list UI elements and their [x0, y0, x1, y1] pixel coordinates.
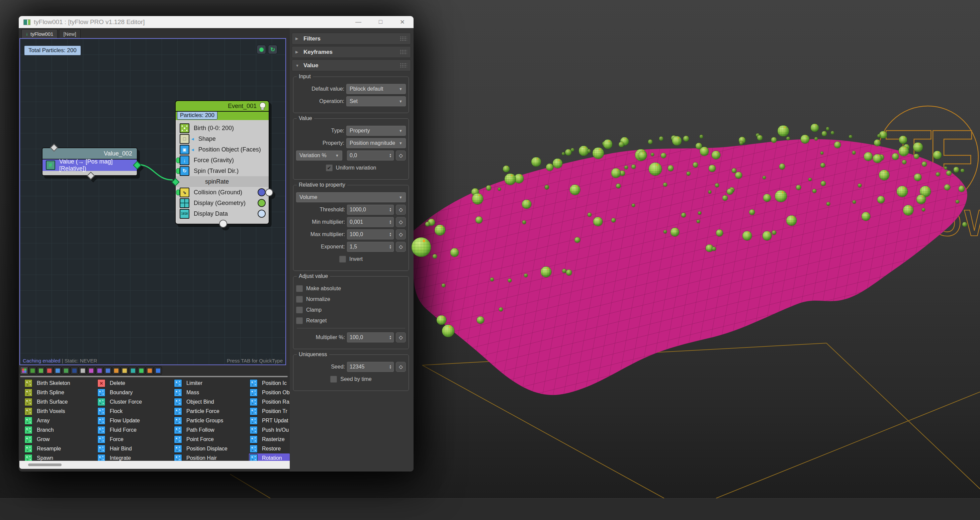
depot-item-position-ic[interactable]: Position Ic [249, 379, 290, 388]
depot-item-birth-voxels[interactable]: Birth Voxels [24, 407, 70, 416]
max-multiplier-spinner[interactable]: 100,0▴▾ [347, 230, 394, 239]
operator-row[interactable]: □◀Shape [176, 133, 269, 144]
operation-dropdown[interactable]: Set▼ [346, 96, 406, 106]
keyframe-button[interactable]: ◇ [396, 242, 406, 252]
depot-item-branch[interactable]: Branch [24, 425, 70, 435]
default-value-dropdown[interactable]: Pblock default▼ [346, 84, 406, 94]
depot-item-position-tr[interactable]: Position Tr [249, 407, 290, 416]
depot-item-position-displace[interactable]: Position Displace [173, 444, 228, 453]
operator-row[interactable]: Birth (0-0: 200) [176, 123, 269, 133]
refresh-button[interactable]: ↻ [268, 45, 277, 54]
operator-row[interactable]: Display (Geometry) [176, 198, 269, 208]
make-absolute-checkbox[interactable] [296, 285, 303, 292]
property-dropdown[interactable]: Position magnitude▼ [346, 138, 406, 148]
depot-item-birth-spline[interactable]: Birth Spline [24, 388, 70, 397]
depot-category-tab[interactable] [129, 366, 137, 374]
event-node-header[interactable]: Event_001 [175, 100, 269, 112]
depot-item-push-in-ou[interactable]: Push In/Ou [249, 425, 290, 435]
depot-toolbar-scroll-indicator[interactable] [20, 376, 288, 377]
depot-item-boundary[interactable]: Boundary [97, 388, 142, 397]
depot-category-tab[interactable] [137, 366, 145, 374]
grip-dots-icon[interactable] [400, 36, 407, 41]
operator-output-port[interactable] [258, 210, 266, 218]
depot-item-position-ra[interactable]: Position Ra [249, 397, 290, 407]
operator-row[interactable]: ⇘Collision (Ground) [176, 187, 269, 198]
operator-output-port[interactable] [258, 199, 266, 207]
depot-category-tab[interactable] [104, 366, 112, 374]
value-node[interactable]: Value_002 # Value (→ [Pos mag] [Relative… [42, 147, 137, 176]
value-node-row[interactable]: # Value (→ [Pos mag] [Relative]) [42, 160, 137, 171]
depot-category-tab[interactable] [79, 366, 87, 374]
depot-item-flock[interactable]: Flock [97, 407, 142, 416]
depot-category-tab[interactable] [62, 366, 70, 374]
scrollbar-thumb[interactable] [28, 463, 62, 466]
event-node[interactable]: Event_001 Particles: 200 Birth (0-0: 200… [175, 100, 269, 224]
close-button[interactable]: ✕ [400, 18, 405, 26]
invert-checkbox[interactable] [339, 256, 346, 263]
keyframe-button[interactable]: ◇ [396, 205, 406, 215]
depot-category-tab[interactable] [29, 366, 37, 374]
spinner-arrows-icon[interactable]: ▴▾ [390, 365, 391, 369]
lightbulb-icon[interactable] [259, 102, 266, 108]
relative-property-dropdown[interactable]: Volume▼ [296, 192, 406, 202]
minimize-button[interactable]: — [355, 18, 361, 26]
spinner-arrows-icon[interactable]: ▴▾ [390, 232, 391, 237]
keyframe-button[interactable]: ◇ [396, 230, 406, 239]
depot-category-tab[interactable] [95, 366, 103, 374]
depot-item-rasterize[interactable]: Rasterize [249, 435, 290, 444]
depot-category-tab[interactable] [154, 366, 162, 374]
operator-row[interactable]: 1010Display Data [176, 208, 269, 219]
value-output-port[interactable] [133, 161, 141, 169]
depot-item-birth-skeleton[interactable]: Birth Skeleton [24, 379, 70, 388]
depot-item-flow-update[interactable]: Flow Update [97, 416, 142, 425]
depot-item-hair-bind[interactable]: Hair Bind [97, 444, 142, 453]
particles-enable-button[interactable] [257, 45, 266, 54]
depot-category-tab[interactable] [70, 366, 78, 374]
threshold-spinner[interactable]: 1000,0▴▾ [347, 205, 394, 215]
event-bottom-port[interactable] [219, 220, 227, 228]
depot-category-tab[interactable] [146, 366, 154, 374]
clamp-checkbox[interactable] [296, 307, 303, 313]
depot-item-delete[interactable]: ✕Delete [97, 379, 142, 388]
tab-new[interactable]: [New] [59, 29, 80, 38]
multiplier-spinner[interactable]: 100,0▴▾ [347, 332, 394, 342]
depot-item-mass[interactable]: Mass [173, 388, 228, 397]
spinner-arrows-icon[interactable]: ▴▾ [390, 220, 391, 224]
depot-category-tab[interactable] [37, 366, 45, 374]
depot-item-birth-surface[interactable]: Birth Surface [24, 397, 70, 407]
depot-item-particle-groups[interactable]: Particle Groups [173, 416, 228, 425]
depot-item-point-force[interactable]: Point Force [173, 435, 228, 444]
variation-mode-dropdown[interactable]: Variation %▼ [296, 151, 342, 160]
depot-category-tab[interactable] [121, 366, 129, 374]
depot-item-path-follow[interactable]: Path Follow [173, 425, 228, 435]
rollout-filters[interactable]: Filters [292, 33, 411, 44]
depot-category-tab[interactable] [45, 366, 53, 374]
depot-category-tab[interactable] [20, 366, 28, 374]
variation-spinner[interactable]: 0,0▴▾ [347, 151, 394, 160]
window-titlebar[interactable]: tyFlow001 : [tyFlow PRO v1.128 Editor] —… [19, 16, 414, 28]
depot-category-tab[interactable] [54, 366, 62, 374]
depot-item-particle-force[interactable]: Particle Force [173, 407, 228, 416]
seed-by-time-checkbox[interactable] [330, 376, 337, 382]
depot-item-grow[interactable]: Grow [24, 435, 70, 444]
seed-keyframe-button[interactable]: ◇ [396, 362, 406, 372]
depot-category-tab[interactable] [112, 366, 120, 374]
tab-tyflow001[interactable]: ↓ tyFlow001 [21, 29, 57, 38]
grip-dots-icon[interactable] [400, 49, 407, 54]
normalize-checkbox[interactable] [296, 296, 303, 303]
maximize-button[interactable]: □ [379, 18, 382, 26]
operator-test-output-port[interactable] [265, 189, 273, 196]
operator-row[interactable]: ↻Spin (Travel Dir.) [176, 165, 269, 176]
multiplier-keyframe-button[interactable]: ◇ [396, 332, 406, 342]
rollout-value[interactable]: Value [292, 60, 411, 71]
spinner-arrows-icon[interactable]: ▴▾ [390, 207, 391, 212]
min-multiplier-spinner[interactable]: 0,001▴▾ [347, 217, 394, 227]
grip-dots-icon[interactable] [400, 63, 407, 68]
spinner-arrows-icon[interactable]: ▴▾ [390, 335, 391, 340]
depot-item-array[interactable]: Array [24, 416, 70, 425]
node-graph-canvas[interactable]: Total Particles: 200 ↻ Value_002 # Value… [19, 38, 286, 365]
operator-row[interactable]: spinRate [176, 176, 269, 187]
seed-spinner[interactable]: 12345▴▾ [347, 362, 394, 372]
depot-item-position-ob[interactable]: Position Ob [249, 388, 290, 397]
rollout-keyframes[interactable]: Keyframes [292, 46, 411, 58]
